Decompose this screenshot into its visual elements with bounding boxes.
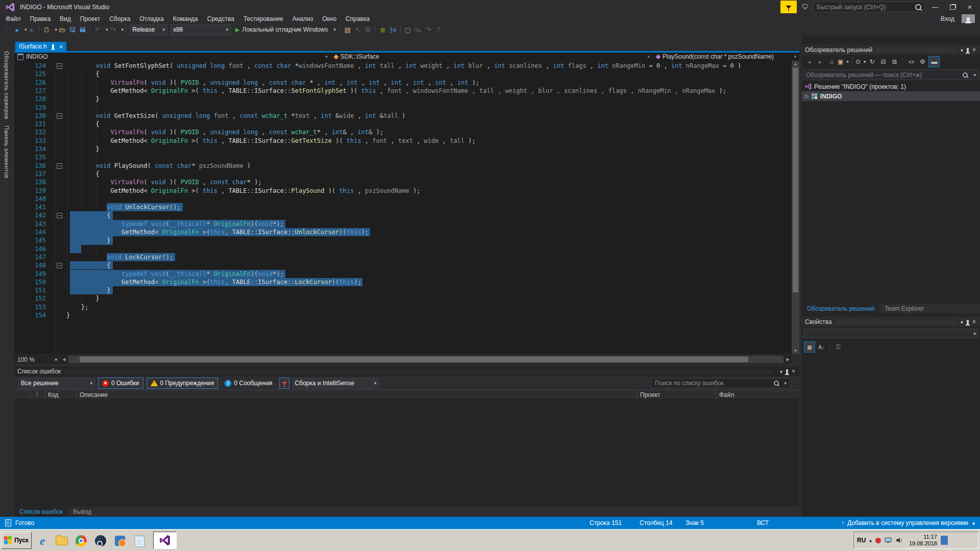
- redo-dropdown[interactable]: ▾: [121, 27, 124, 32]
- code-line-134[interactable]: 134}: [14, 145, 792, 154]
- code-line-153[interactable]: 153};: [14, 303, 792, 312]
- titlebar[interactable]: INDIGO - Microsoft Visual Studio 🗨 Быстр…: [0, 0, 980, 14]
- menu-item-9[interactable]: Анализ: [288, 14, 318, 23]
- fold-collapse-icon[interactable]: −: [57, 213, 62, 218]
- property-pages-icon[interactable]: ⚿: [833, 342, 843, 352]
- feedback-button[interactable]: [780, 1, 797, 13]
- code-line-130[interactable]: 130−void GetTextSize( unsigned long font…: [14, 112, 792, 120]
- menu-item-11[interactable]: Справка: [341, 14, 374, 23]
- platform-combo[interactable]: x86▾: [170, 24, 231, 35]
- column-description[interactable]: Описание: [77, 390, 637, 399]
- add-to-source-control-button[interactable]: ↑ Добавить в систему управления версиями…: [841, 519, 976, 527]
- taskbar-icon-chrome[interactable]: [74, 533, 89, 548]
- window-position-icon[interactable]: ▾: [959, 47, 965, 53]
- copy-ref-icon[interactable]: ⧉: [363, 24, 373, 35]
- code-text[interactable]: void GetTextSize( unsigned long font , c…: [96, 112, 406, 120]
- code-text[interactable]: GetMethod< OriginalFn >(this, TABLE::ISu…: [121, 228, 369, 236]
- code-text[interactable]: }: [107, 286, 110, 294]
- show-hidden-icons-button[interactable]: ▴: [869, 538, 872, 543]
- code-text[interactable]: }: [66, 311, 70, 319]
- properties-titlebar[interactable]: Свойства ▾ ×: [802, 317, 980, 327]
- code-line-129[interactable]: 129: [14, 104, 792, 112]
- code-line-137[interactable]: 137{: [14, 170, 792, 179]
- pin-icon[interactable]: [967, 320, 969, 324]
- code-line-148[interactable]: 148−{: [14, 261, 792, 270]
- scroll-left-arrow[interactable]: ◀: [60, 357, 68, 362]
- code-editor[interactable]: 124−void SetFontGlyphSet( unsigned long …: [14, 61, 792, 354]
- close-button[interactable]: ×: [963, 2, 977, 12]
- code-line-127[interactable]: 127GetMethod< OriginalFn >( this , TABLE…: [14, 87, 792, 95]
- menu-item-4[interactable]: Сборка: [105, 14, 135, 23]
- menu-item-3[interactable]: Проект: [76, 14, 105, 23]
- server-explorer-vertical-tab[interactable]: Обозреватель серверов: [0, 48, 13, 122]
- column-category[interactable]: [31, 390, 45, 399]
- close-icon[interactable]: ×: [790, 368, 797, 375]
- code-line-125[interactable]: 125{: [14, 70, 792, 79]
- project-node-row[interactable]: ▷ INDIGO: [802, 91, 980, 101]
- solution-explorer-search[interactable]: Обозреватель решений — поиск (Ctrl+ж) ▾: [803, 69, 979, 80]
- keyboard-language-indicator[interactable]: RU: [857, 537, 866, 544]
- menu-item-7[interactable]: Средства: [203, 14, 239, 23]
- step-out-icon[interactable]: ⤴: [433, 24, 444, 35]
- navbar-project-dropdown[interactable]: INDIGO ▾: [14, 53, 331, 61]
- code-line-143[interactable]: 143typedef void(__thiscall* OriginalFn)(…: [14, 220, 792, 229]
- code-text[interactable]: GetMethod< OriginalFn >(this, TABLE::ISu…: [121, 278, 361, 286]
- menu-item-1[interactable]: Правка: [26, 14, 56, 23]
- start-button[interactable]: Пуск: [1, 532, 32, 549]
- fold-collapse-icon[interactable]: −: [57, 263, 62, 268]
- menu-item-2[interactable]: Вид: [55, 14, 76, 23]
- code-text[interactable]: VirtualFn( void )( PVOID , unsigned long…: [110, 128, 383, 136]
- fold-collapse-icon[interactable]: −: [57, 113, 62, 119]
- code-line-151[interactable]: 151}: [14, 286, 792, 295]
- tab-error-list[interactable]: Список ошибок: [14, 507, 68, 517]
- code-text[interactable]: {: [96, 120, 100, 128]
- alphabetical-sort-icon[interactable]: A↓: [816, 342, 826, 352]
- taskbar-icon-internet-explorer[interactable]: e: [35, 533, 50, 548]
- error-list-body[interactable]: [14, 399, 799, 507]
- window-position-icon[interactable]: ▾: [959, 319, 965, 325]
- taskbar-icon-media-player[interactable]: [112, 533, 128, 548]
- code-text[interactable]: }: [96, 95, 100, 103]
- navbar-type-dropdown[interactable]: SDK::ISurface ▾: [331, 53, 653, 61]
- navigate-back-button[interactable]: ◂: [11, 24, 21, 35]
- home-icon[interactable]: ⌂: [826, 57, 837, 67]
- categorized-view-icon[interactable]: ▦: [804, 341, 815, 353]
- column-file[interactable]: Файл: [716, 390, 799, 399]
- menu-item-10[interactable]: Окно: [317, 14, 341, 23]
- code-line-126[interactable]: 126VirtualFn( void )( PVOID , unsigned l…: [14, 79, 792, 87]
- code-text[interactable]: {: [96, 170, 100, 178]
- code-text[interactable]: void LockCursor();: [107, 253, 173, 261]
- code-line-140[interactable]: 140: [14, 195, 792, 204]
- properties-icon[interactable]: ⚙: [917, 57, 927, 67]
- tab-team-explorer[interactable]: Team Explorer: [879, 304, 929, 314]
- send-feedback-icon[interactable]: 🗨: [800, 2, 810, 12]
- close-icon[interactable]: ×: [970, 318, 978, 325]
- navigate-forward-button[interactable]: ▸: [27, 24, 37, 35]
- code-text[interactable]: void PlaySound( const char* pszSoundName…: [96, 162, 251, 170]
- code-line-145[interactable]: 145}: [14, 236, 792, 245]
- taskbar-icon-file-explorer[interactable]: [54, 533, 69, 548]
- code-line-141[interactable]: 141void UnlockCursor();: [14, 203, 792, 212]
- code-text[interactable]: VirtualFn( void )( PVOID , unsigned long…: [110, 79, 479, 87]
- tab-close-icon[interactable]: ×: [59, 43, 63, 51]
- vertical-scrollbar[interactable]: ▲ ▼: [792, 61, 799, 354]
- debug-target-dropdown[interactable]: ▾: [333, 27, 336, 32]
- indent-icon[interactable]: ⹖≣: [388, 24, 398, 35]
- properties-object-combo[interactable]: ▾: [803, 329, 978, 338]
- column-code[interactable]: Код: [45, 390, 77, 399]
- forward-icon[interactable]: ▸: [815, 57, 825, 67]
- tray-notification-icon[interactable]: [875, 538, 881, 543]
- menu-item-0[interactable]: Файл: [1, 14, 26, 23]
- code-line-138[interactable]: 138VirtualFn( void )( PVOID , const char…: [14, 178, 792, 187]
- account-avatar[interactable]: [962, 14, 975, 23]
- menu-item-5[interactable]: Отладка: [135, 14, 168, 23]
- solution-node-row[interactable]: Решение "INDIGO" (проектов: 1): [802, 82, 980, 91]
- preview-selected-items-icon[interactable]: ▬: [928, 56, 940, 67]
- new-file-icon[interactable]: 🗋: [42, 24, 52, 35]
- pin-icon[interactable]: [786, 369, 788, 374]
- scroll-up-arrow[interactable]: ▲: [792, 61, 799, 67]
- menu-item-8[interactable]: Тестирование: [239, 14, 288, 23]
- code-line-135[interactable]: 135: [14, 153, 792, 162]
- error-list-search[interactable]: Поиск по списку ошибок ▾: [651, 378, 790, 388]
- pending-changes-filter-icon[interactable]: ⊙▾: [855, 57, 866, 67]
